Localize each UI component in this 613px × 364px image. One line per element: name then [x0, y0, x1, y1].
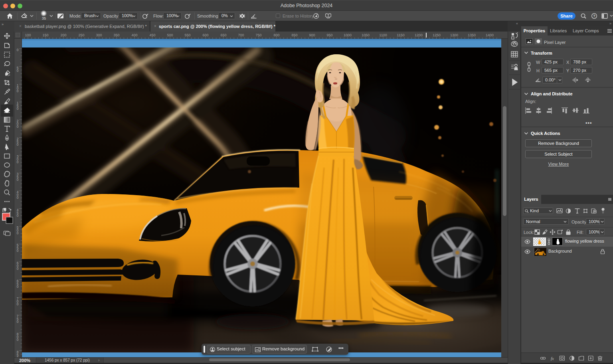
svg-text:150: 150: [17, 101, 19, 111]
svg-text:1200: 1200: [415, 33, 423, 37]
svg-text:800: 800: [17, 332, 19, 342]
svg-text:100: 100: [17, 83, 19, 93]
svg-text:100: 100: [25, 33, 31, 37]
svg-text:250: 250: [17, 137, 19, 146]
svg-text:500: 500: [17, 226, 19, 235]
svg-text:1000: 1000: [344, 33, 352, 37]
svg-text:700: 700: [238, 33, 244, 37]
svg-text:?: ?: [593, 14, 595, 18]
svg-text:1250: 1250: [433, 33, 441, 37]
svg-text:900: 900: [309, 33, 315, 37]
svg-text:500: 500: [167, 33, 173, 37]
svg-text:950: 950: [326, 33, 332, 37]
svg-text:450: 450: [17, 208, 19, 218]
svg-text:400: 400: [17, 190, 19, 200]
svg-text:750: 750: [255, 33, 261, 37]
svg-text:fx: fx: [551, 356, 554, 361]
svg-text:250: 250: [78, 33, 84, 37]
svg-text:800: 800: [273, 33, 279, 37]
svg-text:1300: 1300: [450, 33, 458, 37]
svg-text:300: 300: [17, 154, 19, 164]
svg-text:850: 850: [291, 33, 297, 37]
svg-text:150: 150: [42, 33, 48, 37]
svg-text:350: 350: [113, 33, 119, 37]
svg-text:750: 750: [17, 314, 19, 324]
svg-text:1400: 1400: [486, 33, 494, 37]
svg-text:1100: 1100: [379, 33, 387, 37]
svg-text:300: 300: [96, 33, 102, 37]
svg-text:600: 600: [17, 261, 19, 271]
svg-text:850: 850: [17, 350, 19, 357]
svg-text:50: 50: [17, 66, 19, 73]
svg-text:550: 550: [184, 33, 190, 37]
svg-text:350: 350: [17, 172, 19, 182]
svg-text:400: 400: [131, 33, 137, 37]
svg-text:200: 200: [17, 119, 19, 129]
svg-text:700: 700: [17, 297, 19, 306]
svg-text:650: 650: [17, 279, 19, 289]
svg-text:550: 550: [17, 243, 19, 253]
svg-text:1350: 1350: [468, 33, 476, 37]
svg-text:650: 650: [220, 33, 226, 37]
svg-text:1050: 1050: [362, 33, 370, 37]
svg-text:1150: 1150: [397, 33, 404, 37]
svg-text:200: 200: [60, 33, 66, 37]
svg-text:450: 450: [149, 33, 155, 37]
svg-text:0: 0: [17, 48, 19, 52]
svg-text:600: 600: [202, 33, 208, 37]
